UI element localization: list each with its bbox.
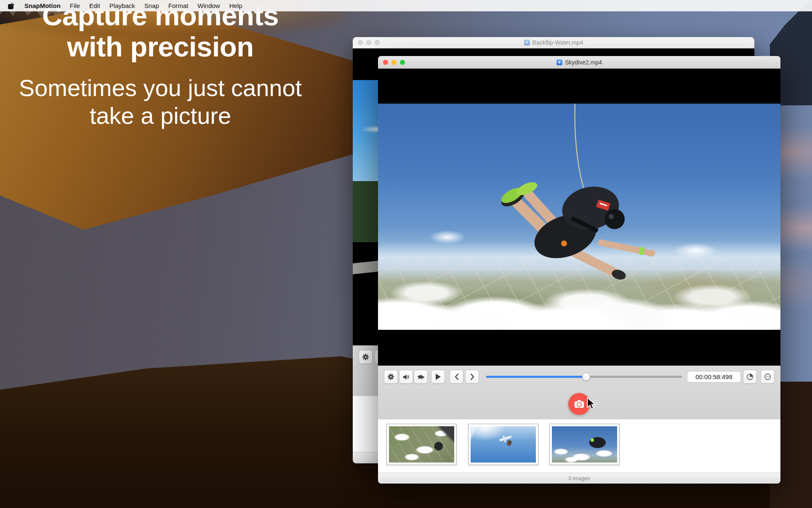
window-skydive2[interactable]: Skydive2.mp4 [378, 56, 780, 484]
timeline-fill [486, 376, 586, 378]
front-window-status-bar: 3 images [378, 473, 780, 484]
snapshot-image-2 [471, 426, 536, 463]
more-options-button[interactable] [761, 370, 775, 384]
movie-file-icon [524, 40, 530, 45]
settings-button[interactable] [384, 370, 398, 384]
front-window-title-text: Skydive2.mp4 [565, 59, 602, 66]
snapshot-strip [378, 419, 780, 473]
snapshot-thumbnail-2[interactable] [468, 424, 538, 465]
speaker-icon [403, 374, 410, 380]
menu-format[interactable]: Format [164, 2, 193, 9]
turtle-icon [417, 374, 425, 380]
menu-file[interactable]: File [65, 2, 85, 9]
play-icon [435, 374, 441, 380]
gear-icon [387, 373, 394, 380]
back-settings-button[interactable] [359, 350, 373, 364]
gear-icon [362, 353, 369, 361]
apple-menu[interactable] [8, 2, 14, 9]
volume-button[interactable] [399, 370, 413, 384]
timeline-slider[interactable] [486, 376, 682, 378]
chevron-left-icon [455, 374, 459, 380]
menu-playback[interactable]: Playback [105, 2, 140, 9]
headline-line2: with precision [67, 31, 253, 62]
timeline-knob[interactable] [582, 373, 590, 381]
snapshot-thumbnail-1[interactable] [386, 424, 457, 465]
front-window-title: Skydive2.mp4 [378, 56, 780, 68]
control-row: 00:00:58:498 [378, 370, 780, 384]
jumper-graphic [506, 439, 512, 446]
timecode-value: 00:00:58:498 [695, 373, 732, 380]
timecode-field[interactable]: 00:00:58:498 [687, 371, 741, 382]
image-count-label: 3 images [568, 475, 591, 481]
back-window-titlebar[interactable]: Backflip-Water.mp4 [353, 37, 754, 48]
slow-motion-button[interactable] [414, 370, 428, 384]
menu-window[interactable]: Window [193, 2, 224, 9]
menu-edit[interactable]: Edit [85, 2, 105, 9]
snapshot-image-3 [552, 426, 617, 463]
apple-icon [8, 2, 14, 9]
menu-help[interactable]: Help [225, 2, 247, 9]
video-frame [378, 104, 780, 330]
play-button[interactable] [431, 370, 445, 384]
video-viewport[interactable] [378, 69, 780, 366]
menu-snap[interactable]: Snap [140, 2, 164, 9]
app-menu-snapmotion[interactable]: SnapMotion [20, 2, 65, 9]
mouse-cursor [586, 398, 597, 412]
subheadline-line2: take a picture [90, 102, 231, 129]
desktop: Capture moments with precision Sometimes… [0, 0, 812, 508]
step-backward-button[interactable] [450, 370, 463, 384]
timer-button[interactable] [743, 370, 757, 384]
snapshot-thumbnail-3[interactable] [549, 424, 620, 465]
subheadline-line1: Sometimes you just cannot [19, 75, 302, 101]
marketing-copy: Capture moments with precision Sometimes… [0, 0, 321, 130]
ellipsis-circle-icon [764, 373, 771, 380]
step-forward-button[interactable] [465, 370, 479, 384]
skydiver-graphic [378, 104, 780, 330]
subheadline: Sometimes you just cannot take a picture [0, 74, 321, 130]
front-window-titlebar[interactable]: Skydive2.mp4 [378, 56, 780, 69]
camera-icon [574, 400, 584, 408]
back-window-title-text: Backflip-Water.mp4 [532, 39, 583, 46]
playback-control-bar: 00:00:58:498 [378, 366, 780, 419]
back-window-title: Backflip-Water.mp4 [353, 37, 754, 48]
movie-file-icon [556, 59, 562, 65]
clock-pie-icon [746, 373, 753, 380]
snapshot-image-1 [389, 426, 454, 463]
chevron-right-icon [470, 374, 474, 380]
menu-bar: SnapMotion File Edit Playback Snap Forma… [0, 0, 812, 11]
